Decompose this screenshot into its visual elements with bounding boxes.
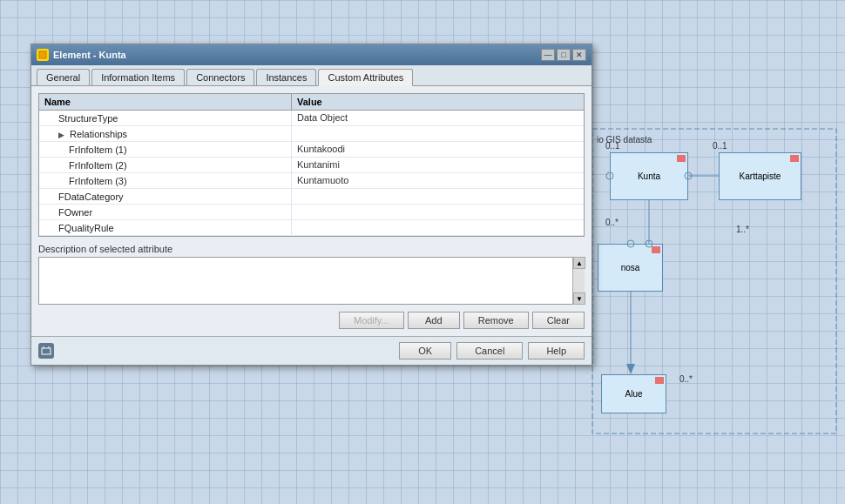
cell-value: Kuntanimi (292, 158, 584, 172)
table-body[interactable]: StructureType Data Object ▶ Relationship… (39, 111, 584, 236)
cell-value: Kuntakoodi (292, 142, 584, 157)
clear-button[interactable]: Clear (532, 312, 585, 329)
tab-information-items[interactable]: Information Items (91, 69, 185, 85)
svg-rect-10 (42, 348, 51, 354)
node-icon2 (790, 155, 799, 162)
cell-name: FQualityRule (39, 220, 292, 235)
col-header-value: Value (292, 94, 584, 110)
dialog-window-controls: — □ ✕ (541, 49, 586, 61)
footer-icon (38, 343, 54, 359)
description-area (38, 257, 585, 305)
tab-general[interactable]: General (37, 69, 90, 85)
table-header: Name Value (39, 94, 584, 111)
dialog-footer: OK Cancel Help (31, 336, 592, 365)
table-row[interactable]: FrInfoItem (3) Kuntamuoto (39, 173, 584, 189)
svg-marker-7 (626, 364, 635, 374)
node-icon (677, 155, 686, 162)
diagram-node-alue[interactable]: Alue (601, 374, 666, 413)
description-scrollbar: ▲ ▼ (572, 257, 585, 305)
cell-name: FDataCategory (39, 189, 292, 204)
cell-name: ▶ Relationships (39, 126, 292, 141)
node-icon3 (652, 246, 660, 253)
diagram-mult-1star: 1..* (736, 225, 749, 234)
cell-value: Kuntamuoto (292, 173, 584, 188)
diagram-node-nosa[interactable]: nosa (598, 244, 663, 292)
diagram-mult-01-left: 0..1 (605, 141, 620, 151)
modify-button[interactable]: Modify... (339, 312, 404, 329)
table-row[interactable]: FrInfoItem (2) Kuntanimi (39, 158, 584, 173)
diagram-mult-0star: 0..* (605, 218, 619, 227)
action-buttons: Modify... Add Remove Clear (38, 312, 585, 329)
table-row[interactable]: FDataCategory (39, 189, 584, 205)
attributes-table: Name Value StructureType Data Object ▶ (38, 93, 585, 237)
cell-name: FrInfoItem (3) (39, 173, 292, 188)
table-row[interactable]: FQualityRule (39, 220, 584, 236)
description-label: Description of selected attribute (38, 244, 585, 254)
maximize-button[interactable]: □ (557, 49, 571, 61)
help-button[interactable]: Help (528, 342, 585, 360)
footer-svg-icon (41, 346, 51, 356)
cell-value (292, 205, 584, 219)
tab-connectors[interactable]: Connectors (186, 69, 254, 85)
add-button[interactable]: Add (408, 312, 460, 329)
diagram-node-karttapiste[interactable]: Karttapiste (719, 152, 801, 200)
dialog-title-text: Element - Kunta (53, 50, 126, 60)
diagram-node-kunta[interactable]: Kunta (610, 152, 688, 200)
col-header-name: Name (39, 94, 292, 110)
dialog-titlebar: Element - Kunta — □ ✕ (31, 44, 592, 65)
ok-button[interactable]: OK (399, 342, 451, 360)
table-row[interactable]: FOwner (39, 205, 584, 220)
cancel-button[interactable]: Cancel (456, 342, 523, 360)
footer-left (38, 343, 54, 359)
tab-bar: General Information Items Connectors Ins… (31, 65, 592, 86)
cell-name: StructureType (39, 111, 292, 125)
dialog-title-area: Element - Kunta (37, 49, 126, 61)
cell-name: FOwner (39, 205, 292, 219)
cell-value: Data Object (292, 111, 584, 125)
minimize-button[interactable]: — (541, 49, 555, 61)
scroll-up-arrow[interactable]: ▲ (573, 257, 585, 269)
description-textarea[interactable] (39, 258, 571, 304)
scroll-thumb (573, 269, 585, 292)
cell-value (292, 220, 584, 235)
scroll-down-arrow[interactable]: ▼ (573, 292, 585, 305)
remove-button[interactable]: Remove (463, 312, 529, 329)
dialog-icon (37, 49, 49, 61)
tab-custom-attributes[interactable]: Custom Attributes (318, 69, 413, 86)
element-dialog: Element - Kunta — □ ✕ General Informatio… (30, 44, 592, 366)
table-row[interactable]: FrInfoItem (1) Kuntakoodi (39, 142, 584, 158)
diagram-mult-01-right: 0..1 (713, 141, 727, 151)
table-row[interactable]: StructureType Data Object (39, 111, 584, 126)
table-row[interactable]: ▶ Relationships (39, 126, 584, 142)
tab-instances[interactable]: Instances (256, 69, 316, 85)
diagram-mult-0star2: 0..* (679, 374, 693, 384)
element-icon-svg (38, 50, 47, 59)
node-icon4 (655, 377, 664, 384)
footer-right: OK Cancel Help (399, 342, 585, 360)
cell-value (292, 126, 584, 141)
svg-rect-9 (39, 51, 46, 58)
close-button[interactable]: ✕ (572, 49, 586, 61)
cell-name: FrInfoItem (2) (39, 158, 292, 172)
expander-icon[interactable]: ▶ (58, 131, 64, 139)
cell-name: FrInfoItem (1) (39, 142, 292, 157)
cell-value (292, 189, 584, 204)
dialog-content: Name Value StructureType Data Object ▶ (31, 86, 592, 336)
